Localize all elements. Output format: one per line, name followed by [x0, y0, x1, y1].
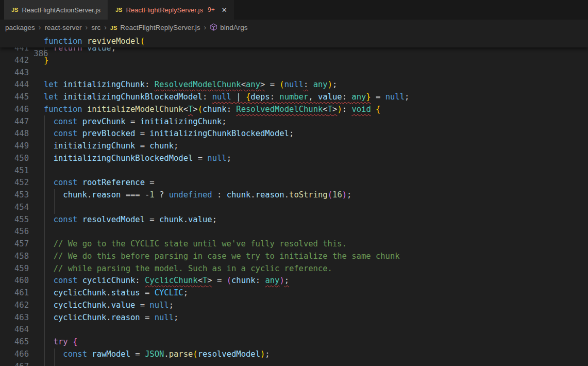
breadcrumb-item-symbol[interactable]: bindArgs: [210, 23, 247, 31]
code-line[interactable]: 459 // while parsing the model. Such as …: [0, 263, 588, 275]
code-line[interactable]: 454: [0, 202, 588, 214]
code-token: prevChunk: [82, 117, 126, 126]
code-line[interactable]: 465 try {: [0, 336, 588, 348]
code-line[interactable]: 463 cyclicChunk.reason = null;: [0, 312, 588, 324]
line-number[interactable]: 465: [0, 336, 29, 348]
line-number[interactable]: 447: [0, 116, 29, 128]
code-token: any: [351, 92, 366, 102]
line-number[interactable]: 445: [0, 91, 29, 104]
line-number[interactable]: 464: [0, 324, 29, 336]
line-number[interactable]: 467: [0, 361, 29, 366]
line-number[interactable]: 461: [0, 287, 29, 300]
javascript-file-icon: JS: [110, 25, 117, 31]
code-token: const: [54, 215, 82, 224]
breadcrumb-item-src[interactable]: src: [91, 24, 100, 31]
code-token: >: [193, 105, 197, 114]
code-token: (: [227, 276, 231, 285]
line-number[interactable]: 454: [0, 202, 29, 214]
code-line[interactable]: 457 // We go to the CYCLIC state until w…: [0, 238, 588, 251]
line-number[interactable]: 466: [0, 348, 29, 361]
code-token: ,: [308, 92, 318, 102]
code-line[interactable]: 445let initializingChunkBlockedModel: nu…: [0, 91, 588, 104]
code-token: initializeModelChunk: [87, 105, 183, 114]
code-line[interactable]: 446function initializeModelChunk<T>(chun…: [0, 104, 588, 116]
code-token: <: [241, 80, 246, 89]
code-line[interactable]: 444let initializingChunk: ResolvedModelC…: [0, 79, 588, 91]
code-token: parse: [169, 350, 193, 359]
line-number[interactable]: 452: [0, 177, 29, 189]
code-text: const rootReference =: [44, 177, 155, 189]
line-number[interactable]: 450: [0, 153, 29, 165]
code-token: // We go to the CYCLIC state until we've…: [54, 239, 347, 248]
code-token: =: [135, 141, 149, 151]
code-line[interactable]: 460 const cyclicChunk: CyclicChunk<T> = …: [0, 275, 588, 287]
breadcrumb-item-react-server[interactable]: react-server: [44, 24, 81, 31]
line-number[interactable]: 457: [0, 238, 29, 251]
code-token: ): [279, 276, 284, 285]
code-line[interactable]: 461 cyclicChunk.status = CYCLIC;: [0, 287, 588, 300]
tab-label: ReactFlightActionServer.js: [22, 6, 100, 14]
close-icon[interactable]: ✕: [222, 7, 227, 13]
code-token: ): [342, 190, 347, 199]
breadcrumb-item-packages[interactable]: packages: [5, 24, 35, 31]
code-line[interactable]: 453 chunk.reason === -1 ? undefined : ch…: [0, 189, 588, 202]
code-line[interactable]: 456: [0, 226, 588, 238]
code-line[interactable]: 451: [0, 165, 588, 177]
code-token: initializingChunkBlockedModel: [63, 92, 203, 102]
code-line[interactable]: 449 initializingChunk = chunk;: [0, 140, 588, 153]
code-token: function: [44, 37, 87, 46]
code-text: initializingChunkBlockedModel = null;: [44, 153, 231, 165]
code-token: .: [183, 215, 188, 224]
code-token: ): [337, 105, 342, 114]
code-token: .: [250, 190, 255, 199]
code-line[interactable]: 442}: [0, 55, 588, 67]
code-line[interactable]: 458 // We do this before parsing in case…: [0, 251, 588, 263]
line-number[interactable]: 455: [0, 214, 29, 226]
code-token: ;: [347, 190, 351, 199]
code-token: ;: [212, 215, 217, 224]
line-number[interactable]: 451: [0, 165, 29, 177]
code-token: :: [145, 80, 155, 89]
chevron-right-icon: ›: [204, 23, 207, 31]
code-token: chunk: [149, 141, 174, 151]
line-number[interactable]: 453: [0, 189, 29, 202]
code-token: ;: [265, 350, 270, 359]
code-line[interactable]: 455 const resolvedModel = chunk.value;: [0, 214, 588, 226]
code-line[interactable]: 462 cyclicChunk.value = null;: [0, 300, 588, 312]
tab-react-flight-reply-server[interactable]: JS ReactFlightReplyServer.js 9+ ✕: [108, 0, 235, 20]
code-line[interactable]: 448 const prevBlocked = initializingChun…: [0, 128, 588, 140]
code-token: .: [87, 190, 92, 199]
line-number[interactable]: 463: [0, 312, 29, 324]
code-token: =: [145, 178, 155, 187]
code-text: chunk.reason === -1 ? undefined : chunk.…: [44, 189, 351, 202]
code-token: :: [256, 276, 265, 285]
code-line[interactable]: 466 const rawModel = JSON.parse(resolved…: [0, 348, 588, 361]
code-token: T: [328, 105, 332, 114]
code-line[interactable]: 447 const prevChunk = initializingChunk;: [0, 116, 588, 128]
line-number[interactable]: 460: [0, 275, 29, 287]
breadcrumb-item-file[interactable]: JSReactFlightReplyServer.js: [110, 24, 200, 31]
code-line[interactable]: 467: [0, 361, 588, 366]
code-line[interactable]: 443: [0, 67, 588, 79]
code-token: =: [371, 92, 385, 102]
line-number[interactable]: 459: [0, 263, 29, 275]
line-number[interactable]: 458: [0, 251, 29, 263]
code-lines: 441 return value;442}443444let initializ…: [0, 42, 588, 366]
line-number[interactable]: 456: [0, 226, 29, 238]
code-line[interactable]: 450 initializingChunkBlockedModel = null…: [0, 153, 588, 165]
line-number[interactable]: 462: [0, 300, 29, 312]
code-line[interactable]: 464: [0, 324, 588, 336]
code-token: [44, 129, 54, 138]
code-editor[interactable]: 441 return value;442}443444let initializ…: [0, 35, 588, 366]
tab-react-flight-action-server[interactable]: JS ReactFlightActionServer.js: [4, 0, 108, 20]
sticky-scroll-line[interactable]: 386 function reviveModel(: [0, 35, 588, 47]
code-token: [308, 80, 313, 89]
code-token: [44, 252, 54, 261]
code-token: const: [54, 129, 82, 138]
line-number[interactable]: 448: [0, 128, 29, 140]
code-line[interactable]: 452 const rootReference =: [0, 177, 588, 189]
code-token: prevBlocked: [82, 129, 136, 138]
line-number[interactable]: 446: [0, 104, 29, 116]
line-number[interactable]: 449: [0, 140, 29, 153]
code-token: let: [44, 92, 63, 102]
